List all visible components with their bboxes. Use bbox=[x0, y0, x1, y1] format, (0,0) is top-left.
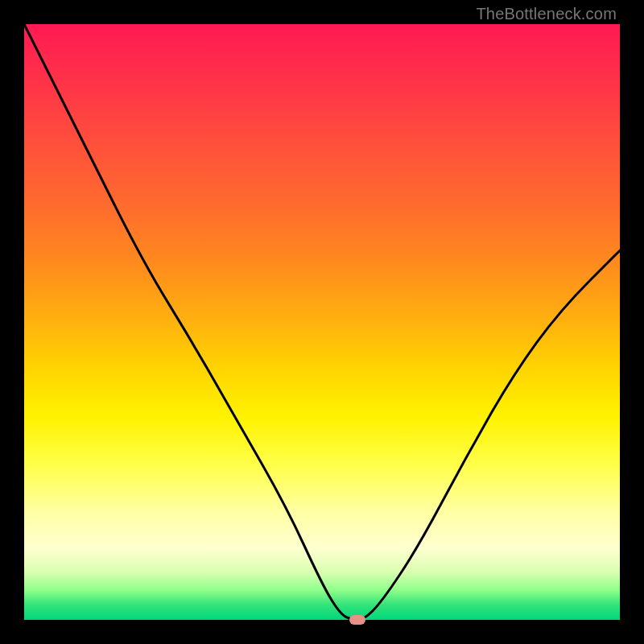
bottleneck-curve bbox=[24, 24, 620, 620]
optimal-marker bbox=[349, 615, 365, 625]
chart-frame: TheBottleneck.com bbox=[0, 0, 644, 644]
curve-path bbox=[24, 24, 620, 620]
watermark-text: TheBottleneck.com bbox=[476, 5, 617, 23]
plot-area bbox=[24, 24, 620, 620]
